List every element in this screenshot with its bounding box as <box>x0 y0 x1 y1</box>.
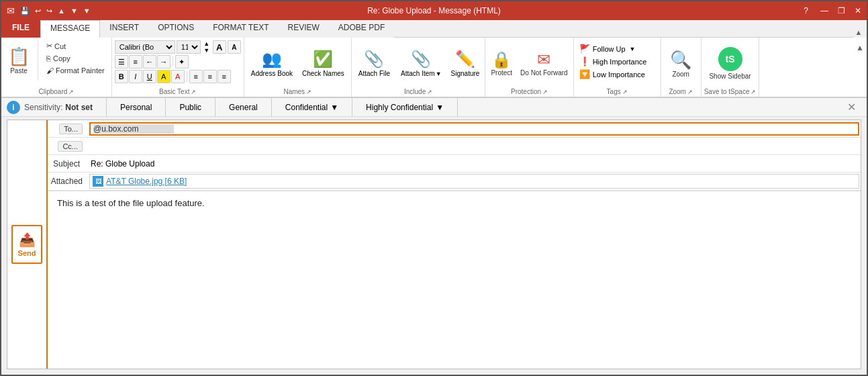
attach-item-button[interactable]: 📎 Attach Item ▼ <box>397 48 446 79</box>
sensitivity-value: Not set <box>65 103 93 112</box>
app-icon: ✉ <box>7 5 15 16</box>
check-names-button[interactable]: ✅ Check Names <box>298 48 348 79</box>
attach-file-button[interactable]: 📎 Attach File <box>354 48 394 79</box>
protect-button[interactable]: 🔒 Protect <box>488 49 515 78</box>
attached-file[interactable]: 🖼 AT&T Globe.jpg [6 KB] <box>89 174 859 189</box>
cut-label: Cut <box>54 42 66 50</box>
tab-insert[interactable]: INSERT <box>100 20 148 38</box>
close-button[interactable]: ✕ <box>855 6 861 15</box>
tab-message[interactable]: MESSAGE <box>40 20 100 38</box>
attached-filename: AT&T Globe.jpg [6 KB] <box>106 177 187 186</box>
more-icon[interactable]: ▼ <box>83 7 91 15</box>
italic-btn[interactable]: I <box>129 70 142 83</box>
follow-up-dropdown-icon[interactable]: ▼ <box>630 46 636 52</box>
bullets-btn[interactable]: ☰ <box>115 55 128 68</box>
font-size-decrease-btn[interactable]: ▼ <box>202 47 211 54</box>
align-left-btn[interactable]: ≡ <box>189 70 203 83</box>
subject-label: Subject <box>48 158 88 170</box>
font-size-shrink-btn[interactable]: A <box>228 40 241 54</box>
signature-button[interactable]: ✏️ Signature <box>448 48 483 79</box>
zoom-button[interactable]: 🔍 Zoom <box>667 48 694 79</box>
do-not-forward-button[interactable]: ✉ Do Not Forward <box>518 49 571 78</box>
sensitivity-highly-confidential[interactable]: Highly Confidential ▼ <box>352 98 458 117</box>
subject-input[interactable] <box>88 158 861 170</box>
do-not-forward-icon: ✉ <box>537 50 550 69</box>
basic-text-group-label[interactable]: Basic Text ↗ <box>115 87 241 97</box>
align-center-btn[interactable]: ≡ <box>203 70 217 83</box>
tab-options[interactable]: OPTIONS <box>148 20 203 38</box>
copy-button[interactable]: ⎘ Copy <box>42 53 109 64</box>
subject-row: Subject <box>48 155 861 173</box>
to-label-btn[interactable]: To... <box>48 122 88 136</box>
title-bar: ✉ 💾 ↩ ↪ ▲ ▼ ▼ Re: Globe Upload - Message… <box>1 1 867 20</box>
down-icon[interactable]: ▼ <box>70 7 78 15</box>
font-family-select[interactable]: Calibri (Bo <box>115 40 175 54</box>
bold-btn[interactable]: B <box>115 70 128 83</box>
sensitivity-general[interactable]: General <box>215 98 272 117</box>
sensitivity-public[interactable]: Public <box>166 98 215 117</box>
names-expand-icon: ↗ <box>306 89 311 95</box>
high-importance-button[interactable]: ❗ High Importance <box>577 56 650 67</box>
ribbon-collapse-right-btn[interactable]: ▲ <box>853 40 867 55</box>
names-group-label[interactable]: Names ↗ <box>247 87 348 97</box>
address-book-button[interactable]: 👥 Address Book <box>247 48 297 79</box>
zoom-label: Zoom <box>672 70 689 78</box>
sensitivity-close-btn[interactable]: ✕ <box>842 101 861 113</box>
include-group-label[interactable]: Include ↗ <box>354 87 483 97</box>
sensitivity-confidential[interactable]: Confidential ▼ <box>272 98 352 117</box>
title-bar-controls: ? — ❐ ✕ <box>804 6 861 15</box>
tab-file[interactable]: FILE <box>1 20 40 38</box>
highlight-btn[interactable]: A <box>157 70 171 83</box>
numbering-btn[interactable]: ≡ <box>129 55 142 68</box>
low-importance-button[interactable]: 🔽 Low Importance <box>577 68 648 80</box>
restore-button[interactable]: ❐ <box>838 6 845 15</box>
attach-item-label: Attach Item <box>401 70 435 77</box>
undo-icon[interactable]: ↩ <box>35 7 41 15</box>
cc-row: Cc... <box>48 138 861 155</box>
tab-adobe-pdf[interactable]: ADOBE PDF <box>329 20 394 38</box>
font-size-increase-btn[interactable]: ▲ <box>202 40 211 47</box>
tags-group-label[interactable]: Tags ↗ <box>577 87 658 97</box>
cc-button[interactable]: Cc... <box>58 141 83 152</box>
compose-body[interactable]: This is a test of the file upload featur… <box>57 198 851 299</box>
send-label: Send <box>18 249 36 257</box>
zoom-group-label[interactable]: Zoom ↗ <box>664 87 698 97</box>
clipboard-group-label[interactable]: Clipboard ↗ <box>4 87 109 97</box>
to-input[interactable] <box>93 124 855 134</box>
minimize-button[interactable]: — <box>820 6 828 15</box>
help-button[interactable]: ? <box>804 6 808 15</box>
quick-save-icon[interactable]: 💾 <box>20 7 30 15</box>
protect-label: Protect <box>491 69 512 77</box>
to-button[interactable]: To... <box>59 124 83 134</box>
attach-item-dropdown-icon[interactable]: ▼ <box>436 70 442 77</box>
send-button[interactable]: 📤 Send <box>11 225 43 264</box>
ribbon-group-tags: 🚩 Follow Up ▼ ❗ High Importance 🔽 Low Im… <box>574 38 661 97</box>
up-icon[interactable]: ▲ <box>58 7 65 15</box>
tab-review[interactable]: REVIEW <box>279 20 329 38</box>
confidential-dropdown-icon: ▼ <box>330 103 338 112</box>
cut-button[interactable]: ✂ Cut <box>42 40 109 52</box>
font-color-btn[interactable]: A <box>171 70 185 83</box>
check-names-icon: ✅ <box>313 50 333 68</box>
attach-file-icon: 📎 <box>364 50 384 68</box>
cc-label-btn[interactable]: Cc... <box>48 140 88 153</box>
save-tspace-group-label[interactable]: Save to tSpace ↗ <box>704 87 757 97</box>
format-painter-button[interactable]: 🖌 Format Painter <box>42 65 109 76</box>
tab-format-text[interactable]: FORMAT TEXT <box>203 20 278 38</box>
follow-up-button[interactable]: 🚩 Follow Up ▼ <box>577 43 638 54</box>
ribbon-collapse-btn[interactable]: ▲ <box>853 27 864 38</box>
redo-icon[interactable]: ↪ <box>46 7 52 15</box>
increase-indent-btn[interactable]: → <box>157 55 171 68</box>
cc-input[interactable] <box>88 140 861 152</box>
decrease-indent-btn[interactable]: ← <box>143 55 156 68</box>
protection-group-label[interactable]: Protection ↗ <box>488 87 570 97</box>
clear-formatting-btn[interactable]: ✦ <box>175 55 189 68</box>
show-sidebar-button[interactable]: tS Show Sidebar <box>706 46 753 81</box>
font-size-select[interactable]: 11 <box>177 40 201 54</box>
paste-button[interactable]: 📋 Paste <box>4 40 34 81</box>
sensitivity-personal[interactable]: Personal <box>106 98 166 117</box>
align-right-btn[interactable]: ≡ <box>218 70 231 83</box>
format-painter-label: Format Painter <box>56 66 105 75</box>
underline-btn[interactable]: U <box>143 70 156 83</box>
font-size-grow-btn[interactable]: A <box>213 40 226 54</box>
